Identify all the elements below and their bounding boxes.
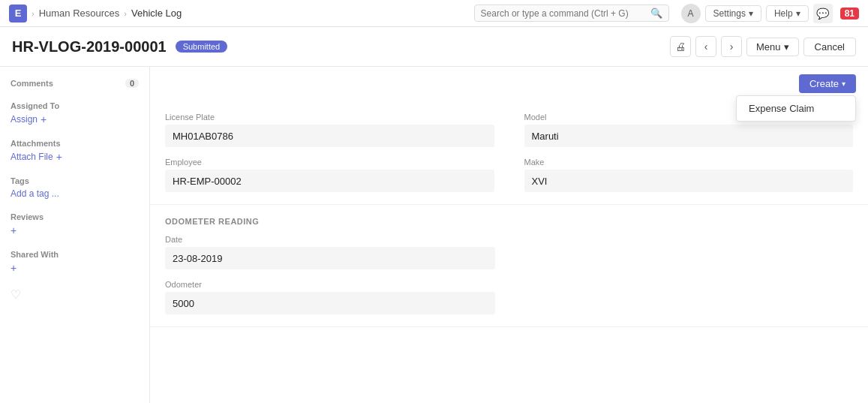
date-field: Date 23-08-2019: [165, 235, 495, 269]
content-header: Create ▾ Expense Claim: [150, 67, 868, 101]
help-button[interactable]: Help ▾: [766, 5, 809, 22]
attach-file-link[interactable]: Attach File +: [11, 151, 139, 163]
tags-label: Tags: [11, 176, 29, 185]
sidebar-assigned-to: Assigned To Assign +: [11, 101, 139, 125]
heart-icon[interactable]: ♡: [11, 287, 139, 302]
menu-button[interactable]: Menu ▾: [746, 38, 799, 56]
print-button[interactable]: 🖨: [670, 36, 691, 57]
sidebar-shared-with: Shared With +: [11, 250, 139, 274]
employee-field: Employee HR-EMP-00002: [165, 158, 494, 192]
sidebar-reviews: Reviews +: [11, 212, 139, 236]
add-shared-link[interactable]: +: [11, 262, 139, 274]
date-value: 23-08-2019: [165, 247, 495, 269]
prev-button[interactable]: ‹: [695, 36, 716, 57]
search-input[interactable]: [481, 8, 646, 19]
reviews-label: Reviews: [11, 212, 44, 221]
add-tag-link[interactable]: Add a tag ...: [11, 188, 139, 199]
avatar: A: [681, 4, 701, 23]
page-actions: 🖨 ‹ › Menu ▾ Cancel: [670, 36, 856, 57]
shared-with-label: Shared With: [11, 250, 59, 259]
sidebar-tags: Tags Add a tag ...: [11, 176, 139, 199]
breadcrumb-chevron-2: ›: [124, 9, 127, 18]
page-header: HR-VLOG-2019-00001 Submitted 🖨 ‹ › Menu …: [0, 27, 868, 67]
breadcrumb-vehicle-log[interactable]: Vehicle Log: [131, 8, 182, 19]
main-content: Create ▾ Expense Claim License Plate MH0…: [150, 67, 868, 403]
sidebar-attachments: Attachments Attach File +: [11, 139, 139, 163]
employee-value: HR-EMP-00002: [165, 170, 494, 192]
search-bar[interactable]: 🔍: [474, 5, 669, 22]
assign-link[interactable]: Assign +: [11, 113, 139, 125]
sidebar: Comments 0 Assigned To Assign + Attachme…: [0, 67, 150, 403]
odometer-section-title: ODOMETER READING: [165, 217, 853, 226]
top-nav: E › Human Resources › Vehicle Log 🔍 A Se…: [0, 0, 868, 27]
model-value: Maruti: [524, 125, 854, 147]
odometer-field: Odometer 5000: [165, 280, 495, 314]
make-label: Make: [524, 158, 854, 167]
date-label: Date: [165, 235, 495, 244]
attachments-label: Attachments: [11, 139, 61, 148]
sidebar-comments: Comments 0: [11, 79, 139, 88]
chat-icon[interactable]: 💬: [813, 4, 833, 23]
vehicle-fields-grid: License Plate MH01AB0786 Model Maruti Em…: [165, 113, 853, 192]
status-badge: Submitted: [176, 41, 228, 53]
license-plate-label: License Plate: [165, 113, 494, 122]
odometer-fields: Date 23-08-2019 Odometer 5000: [165, 235, 495, 314]
breadcrumb-chevron-1: ›: [32, 9, 35, 18]
make-field: Make XVI: [524, 158, 854, 192]
settings-button[interactable]: Settings ▾: [705, 5, 761, 22]
breadcrumb-human-resources[interactable]: Human Resources: [39, 8, 120, 19]
license-plate-field: License Plate MH01AB0786: [165, 113, 494, 147]
make-value: XVI: [524, 170, 854, 192]
create-button[interactable]: Create ▾: [799, 74, 856, 93]
search-icon: 🔍: [650, 8, 662, 19]
next-button[interactable]: ›: [721, 36, 742, 57]
app-logo: E: [9, 5, 27, 23]
assigned-to-label: Assigned To: [11, 101, 59, 110]
main-layout: Comments 0 Assigned To Assign + Attachme…: [0, 67, 868, 403]
odometer-section: ODOMETER READING Date 23-08-2019 Odomete…: [150, 205, 868, 327]
notification-badge[interactable]: 81: [840, 8, 859, 20]
odometer-value: 5000: [165, 292, 495, 314]
add-review-link[interactable]: +: [11, 224, 139, 236]
license-plate-value: MH01AB0786: [165, 125, 494, 147]
comments-label: Comments: [11, 79, 53, 88]
cancel-button[interactable]: Cancel: [803, 38, 856, 56]
page-title: HR-VLOG-2019-00001: [12, 38, 167, 56]
odometer-label: Odometer: [165, 280, 495, 289]
employee-label: Employee: [165, 158, 494, 167]
create-dropdown: Expense Claim: [736, 95, 856, 122]
comments-count: 0: [125, 79, 139, 88]
expense-claim-item[interactable]: Expense Claim: [737, 96, 855, 121]
